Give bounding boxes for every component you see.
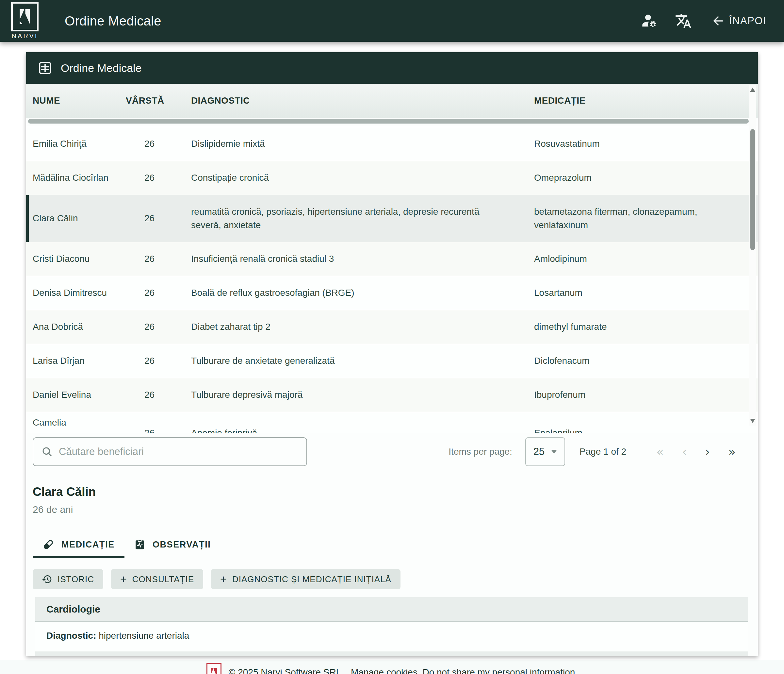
- last-page-button[interactable]: »: [728, 445, 736, 459]
- account-settings-button[interactable]: [641, 12, 658, 30]
- previous-page-button[interactable]: ‹: [682, 445, 687, 459]
- cell-name: Emilia Chiriţă: [33, 137, 126, 151]
- cell-age: 26: [126, 388, 191, 402]
- narvi-logo-icon: [11, 2, 39, 31]
- detail-actions: ISTORIC+CONSULTAȚIE+DIAGNOSTIC ȘI MEDICA…: [33, 569, 758, 589]
- table-row[interactable]: Clara Călin26reumatită cronică, psoriazi…: [26, 195, 758, 242]
- app-bar: NARVI Ordine Medicale: [0, 0, 784, 42]
- chevron-down-icon: [551, 450, 557, 454]
- table-row[interactable]: Emilia Chiriţă26Dislipidemie mixtăRosuva…: [26, 127, 758, 161]
- plus-icon: +: [120, 573, 127, 584]
- narvi-footer-logo-icon: [207, 663, 221, 674]
- cell-med: Ibuprofenum: [534, 388, 706, 402]
- items-per-page-value: 25: [534, 446, 544, 458]
- table-header-row: NUME VÂRSTĂ DIAGNOSTIC MEDICAȚIE: [26, 84, 758, 118]
- detail-tabs: MEDICAȚIEOBSERVAȚII: [33, 533, 758, 558]
- table-toolbar: Items per page: 25 Page 1 of 2 « ‹ › »: [26, 434, 758, 470]
- cell-med: Omeprazolum: [534, 171, 706, 185]
- cell-diag: Diabet zaharat tip 2: [191, 320, 510, 334]
- card-title: Ordine Medicale: [61, 62, 142, 75]
- cell-diag: Anemie feriprivă: [191, 412, 510, 433]
- cell-med: Diclofenacum: [534, 354, 706, 368]
- table-row[interactable]: Camelia26Anemie feriprivăEnalaprilum: [26, 412, 758, 433]
- cell-med: dimethyl fumarate: [534, 320, 706, 334]
- cell-age: 26: [126, 171, 191, 185]
- items-per-page-label: Items per page:: [448, 446, 512, 457]
- cell-name: Daniel Evelina: [33, 388, 126, 402]
- horizontal-scrollbar-thumb[interactable]: [28, 119, 749, 123]
- table-row[interactable]: Daniel Evelina26Tulburare depresivă majo…: [26, 378, 758, 412]
- column-header-varsta: VÂRSTĂ: [126, 95, 191, 106]
- table-row[interactable]: Cristi Diaconu26Insuficiență renală cron…: [26, 242, 758, 276]
- cell-med: Losartanum: [534, 286, 706, 300]
- consulta-ie-button[interactable]: +CONSULTAȚIE: [111, 569, 203, 589]
- cell-med: Rosuvastatinum: [534, 137, 706, 151]
- cell-diag: Insuficiență renală cronică stadiul 3: [191, 252, 510, 266]
- patient-table-body: Emilia Chiriţă26Dislipidemie mixtăRosuva…: [26, 127, 758, 433]
- cell-diag: Dislipidemie mixtă: [191, 137, 510, 151]
- translate-icon: [675, 12, 692, 30]
- scroll-up-arrow-icon[interactable]: [750, 87, 755, 92]
- copyright-text: © 2025 Narvi Software SRL.: [229, 667, 344, 674]
- specialty-section: Cardiologie Diagnostic: hipertensiune ar…: [35, 597, 748, 656]
- diagnostic-i-medica-ie-ini-ial--button[interactable]: +DIAGNOSTIC ȘI MEDICAȚIE INIȚIALĂ: [211, 569, 400, 589]
- cell-name: Camelia: [33, 412, 126, 429]
- cell-diag: reumatită cronică, psoriazis, hipertensi…: [191, 205, 510, 232]
- table-row[interactable]: Ana Dobrică26Diabet zaharat tip 2dimethy…: [26, 310, 758, 344]
- patient-name: Clara Călin: [33, 485, 758, 499]
- card-header: Ordine Medicale: [26, 52, 758, 84]
- search-input[interactable]: [58, 446, 269, 458]
- tab-medicatie[interactable]: MEDICAȚIE: [33, 533, 124, 558]
- vertical-scrollbar[interactable]: [749, 85, 756, 426]
- cell-name: Cristi Diaconu: [33, 252, 126, 266]
- manage-cookies-link[interactable]: Manage cookies. Do not share my personal…: [351, 667, 577, 674]
- cell-diag: Tulburare de anxietate generalizată: [191, 354, 510, 368]
- history-icon: [42, 574, 52, 584]
- column-header-nume: NUME: [33, 95, 126, 106]
- tab-observatii[interactable]: OBSERVAȚII: [124, 533, 221, 558]
- search-box[interactable]: [33, 437, 307, 466]
- scroll-down-arrow-icon[interactable]: [750, 419, 755, 423]
- cell-diag: Tulburare depresivă majoră: [191, 388, 510, 402]
- section-title: Cardiologie: [47, 604, 100, 615]
- cell-med: Amlodipinum: [534, 252, 706, 266]
- items-per-page-select[interactable]: 25: [525, 437, 565, 466]
- section-header: Cardiologie: [35, 597, 748, 622]
- pill-icon: [42, 539, 54, 551]
- patient-detail: Clara Călin 26 de ani MEDICAȚIEOBSERVAȚI…: [26, 485, 758, 656]
- cell-age: 26: [126, 286, 191, 300]
- main-content: Ordine Medicale NUME VÂRSTĂ DIAGNOSTIC M…: [0, 52, 784, 656]
- back-button[interactable]: ÎNAPOI: [709, 13, 768, 28]
- translate-button[interactable]: [675, 12, 692, 30]
- istoric-button[interactable]: ISTORIC: [33, 569, 103, 589]
- horizontal-scrollbar[interactable]: [26, 118, 758, 127]
- tab-label: MEDICAȚIE: [61, 540, 115, 550]
- next-page-button[interactable]: ›: [705, 445, 710, 459]
- medical-orders-card: Ordine Medicale NUME VÂRSTĂ DIAGNOSTIC M…: [26, 52, 758, 656]
- cell-diag: Constipație cronică: [191, 171, 510, 185]
- clipboard-pulse-icon: [134, 539, 145, 551]
- narvi-logo: NARVI: [6, 2, 43, 40]
- cell-age: 26: [126, 137, 191, 151]
- patient-age: 26 de ani: [33, 504, 758, 515]
- cell-age: 26: [126, 354, 191, 368]
- cell-name: Denisa Dimitrescu: [33, 286, 126, 300]
- cell-age: 26: [126, 252, 191, 266]
- account-settings-icon: [641, 12, 658, 30]
- cell-age: 26: [126, 320, 191, 334]
- first-page-button[interactable]: «: [656, 445, 664, 459]
- cell-name: Mădălina Ciocîrlan: [33, 171, 126, 185]
- table-row[interactable]: Mădălina Ciocîrlan26Constipație cronicăO…: [26, 161, 758, 195]
- table-row[interactable]: Larisa Dîrjan26Tulburare de anxietate ge…: [26, 344, 758, 378]
- cell-diag: Boală de reflux gastroesofagian (BRGE): [191, 286, 510, 300]
- vertical-scrollbar-thumb[interactable]: [750, 129, 755, 250]
- app-title: Ordine Medicale: [65, 14, 161, 28]
- cell-age: 26: [126, 212, 191, 225]
- diagnostic-label: Diagnostic:: [47, 630, 96, 641]
- cell-age: 26: [126, 412, 191, 433]
- back-arrow-icon: [711, 14, 725, 28]
- table-row[interactable]: Denisa Dimitrescu26Boală de reflux gastr…: [26, 276, 758, 310]
- action-label: CONSULTAȚIE: [132, 574, 194, 584]
- action-label: ISTORIC: [58, 574, 94, 584]
- cell-name: Larisa Dîrjan: [33, 354, 126, 368]
